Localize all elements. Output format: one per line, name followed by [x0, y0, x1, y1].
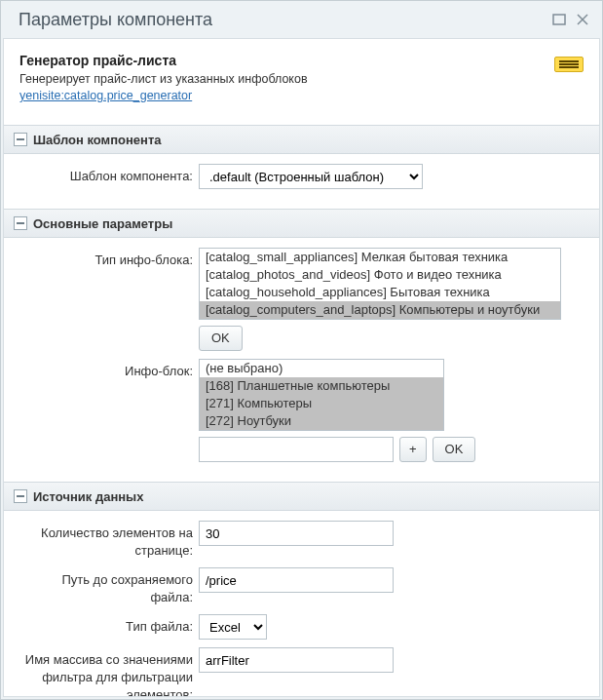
iblock-ok-button[interactable]: OK — [433, 437, 476, 462]
filetype-label: Тип файла: — [18, 614, 199, 636]
list-item[interactable]: [168] Планшетные компьютеры — [200, 377, 443, 395]
iblock-label: Инфо-блок: — [18, 359, 199, 380]
filetype-select[interactable]: Excel — [199, 614, 267, 640]
window-title: Параметры компонента — [19, 10, 544, 30]
iblock-type-list[interactable]: [catalog_small_appliances] Мелкая бытова… — [199, 248, 561, 320]
per-page-input[interactable] — [199, 521, 394, 546]
list-item[interactable]: (не выбрано) — [200, 360, 443, 377]
section-main-title: Основные параметры — [33, 216, 172, 231]
section-source-header[interactable]: Источник данных — [4, 482, 599, 511]
iblock-add-button[interactable]: + — [399, 437, 427, 462]
list-item[interactable]: [catalog_small_appliances] Мелкая бытова… — [200, 249, 560, 266]
component-code-link[interactable]: yenisite:catalog.price_generator — [19, 89, 192, 102]
list-item[interactable]: [catalog_household_appliances] Бытовая т… — [200, 284, 560, 301]
svg-rect-0 — [553, 15, 565, 24]
iblock-list[interactable]: (не выбрано)[168] Планшетные компьютеры[… — [199, 359, 444, 431]
section-template-title: Шаблон компонента — [33, 133, 162, 147]
maximize-icon[interactable] — [551, 12, 567, 27]
filter-input[interactable] — [199, 647, 394, 673]
section-main-header[interactable]: Основные параметры — [4, 209, 599, 238]
path-input[interactable] — [199, 567, 394, 593]
expand-badge-icon[interactable] — [554, 57, 584, 72]
collapse-icon — [14, 216, 27, 230]
close-icon[interactable] — [575, 12, 590, 27]
filter-label: Имя массива со значениями фильтра для фи… — [18, 647, 199, 697]
per-page-label: Количество элементов на странице: — [18, 521, 199, 560]
component-header: Генератор прайс-листа Генереирует прайс-… — [4, 39, 599, 111]
list-item[interactable]: [272] Ноутбуки — [200, 412, 443, 430]
list-item[interactable]: [271] Компьютеры — [200, 395, 443, 412]
collapse-icon — [14, 133, 27, 146]
iblock-type-label: Тип инфо-блока: — [18, 248, 199, 269]
list-item[interactable]: [catalog_photos_and_videos] Фото и видео… — [200, 266, 560, 284]
path-label: Путь до сохраняемого файла: — [18, 567, 199, 606]
component-description: Генереирует прайс-лист из указанных инфо… — [19, 72, 584, 86]
component-name: Генератор прайс-листа — [19, 53, 584, 68]
section-source-title: Источник данных — [33, 489, 143, 504]
template-select[interactable]: .default (Встроенный шаблон) — [199, 164, 423, 189]
collapse-icon — [14, 489, 27, 503]
template-label: Шаблон компонента: — [18, 164, 199, 185]
iblock-add-input[interactable] — [199, 437, 394, 462]
section-template-header[interactable]: Шаблон компонента — [4, 125, 599, 154]
list-item[interactable]: [catalog_computers_and_laptops] Компьюте… — [200, 301, 560, 319]
iblock-type-ok-button[interactable]: OK — [199, 326, 243, 351]
titlebar: Параметры компонента — [1, 1, 602, 38]
